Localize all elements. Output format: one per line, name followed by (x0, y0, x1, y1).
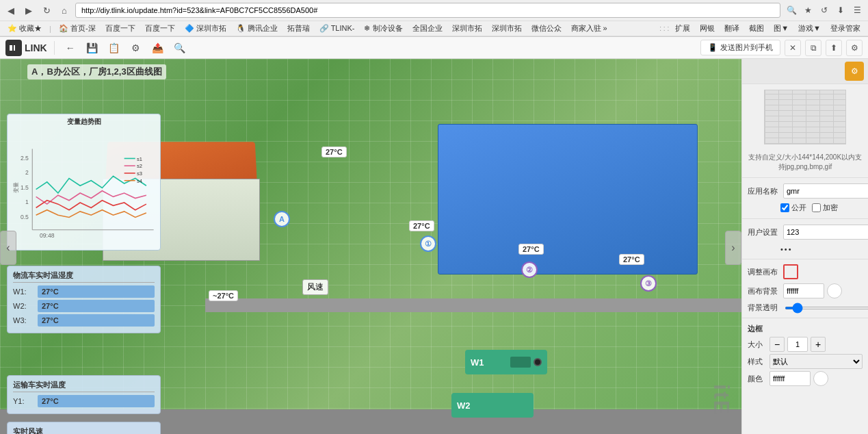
border-style-label: 样式 (748, 357, 767, 367)
adjust-canvas-button[interactable] (783, 264, 798, 279)
canvas-bg-input[interactable] (783, 283, 824, 298)
app-name-input[interactable] (783, 183, 868, 199)
badge-3: ③ (640, 275, 657, 292)
sensor-label-w1: W1: (13, 288, 34, 296)
bookmark-bank[interactable]: 网银 (696, 23, 718, 34)
home-button[interactable]: ⌂ (57, 3, 71, 17)
toolbar-separator (54, 41, 55, 55)
wind-title: 实时风速 (13, 426, 155, 434)
share-button[interactable]: 📤 (149, 39, 167, 57)
bookmark-login[interactable]: 登录管家 (827, 23, 864, 34)
bookmark-toprie[interactable]: 拓普瑞 (284, 23, 313, 34)
bookmark-games[interactable]: 游戏▼ (795, 23, 824, 34)
svg-text:s4: s4 (137, 178, 142, 184)
secret-checkbox-label[interactable]: 加密 (812, 203, 838, 213)
svg-text:s1: s1 (137, 156, 142, 162)
truck-w1: W1 (465, 350, 547, 374)
svg-text:s3: s3 (137, 170, 142, 177)
settings-button[interactable]: ⚙ (127, 39, 145, 57)
right-panel-header: ⚙ (742, 59, 868, 84)
sensor-row-w2: W2: 27°C (13, 300, 155, 312)
chart-panel: 变量趋势图 2.5 2 1.5 1 0.5 09:48 (7, 114, 161, 251)
zoom-button[interactable]: 🔍 (171, 39, 189, 57)
border-color-label: 颜色 (748, 374, 767, 384)
public-checkbox[interactable] (780, 203, 789, 212)
bookmark-screenshot[interactable]: 截图 (746, 23, 767, 34)
download-button[interactable]: ⬇ (834, 3, 847, 17)
gear-settings-button[interactable]: ⚙ (845, 62, 864, 81)
svg-rect-0 (10, 45, 12, 51)
border-color-picker[interactable] (813, 371, 828, 386)
svg-text:1: 1 (25, 199, 29, 205)
canvas-bg-row: 画布背景 (742, 281, 868, 301)
forward-button[interactable]: ▶ (22, 3, 36, 17)
bookmark-home[interactable]: 🏠 首页-深 (55, 23, 99, 34)
reload-button[interactable]: ↻ (40, 3, 53, 17)
nav-arrow-right[interactable]: › (725, 231, 741, 265)
nav-arrow-left[interactable]: ‹ (0, 231, 16, 265)
adjust-canvas-row: 调整画布 (742, 262, 868, 281)
search-button[interactable]: 🔍 (785, 3, 798, 17)
app-toolbar: LINK ← 💾 📋 ⚙ 📤 🔍 📱 发送图片到手机 ✕ ⧉ ⬆ ⚙ (0, 37, 868, 59)
save-button[interactable]: 💾 (83, 39, 101, 57)
preview-placeholder (765, 90, 845, 144)
bookmark-ext[interactable]: 扩展 (672, 23, 694, 34)
bg-opacity-slider[interactable] (785, 307, 868, 309)
send-phone-label: 发送图片到手机 (720, 42, 773, 53)
border-size-input[interactable] (787, 337, 808, 352)
building-blue (438, 124, 698, 275)
app-name-row: 应用名称 (742, 181, 868, 201)
bookmark-cooling[interactable]: ❄ 制冷设备 (360, 23, 406, 34)
wind-panel: 实时风速 2 (7, 422, 161, 434)
address-bar[interactable] (75, 3, 780, 18)
transport-panel: 运输车实时温度 Y1: 27°C (7, 375, 161, 414)
svg-text:变量: 变量 (13, 182, 19, 193)
refresh-icon[interactable]: ↺ (817, 3, 831, 17)
border-size-increase[interactable]: + (811, 337, 826, 352)
bookmark-wechat[interactable]: 微信公众 (528, 23, 565, 34)
share-btn2[interactable]: ⬆ (826, 40, 842, 56)
svg-rect-1 (14, 45, 15, 51)
bookmark-tencent[interactable]: 🐧 腾讯企业 (233, 23, 281, 34)
bookmark-tlink[interactable]: 🔗 TLINK- (316, 23, 358, 34)
logo-icon (5, 40, 22, 56)
border-style-select[interactable]: 默认 (770, 354, 863, 369)
gear-btn-top[interactable]: ⚙ (846, 40, 863, 56)
undo-button[interactable]: ← (62, 39, 79, 57)
public-checkbox-label[interactable]: 公开 (780, 203, 806, 213)
border-size-row: 大小 − + (748, 337, 863, 352)
bookmark-baidu1[interactable]: 百度一下 (102, 23, 139, 34)
dots-text: ••• (780, 245, 793, 253)
bookmark-shenzhen[interactable]: 🔷 深圳市拓 (181, 23, 230, 34)
humidity-title: 物流车实时温湿度 (13, 270, 155, 283)
border-style-row: 样式 默认 (748, 354, 863, 369)
support-text: 支持自定义/大小144*144,200K以内支持jpg,png,bmp,gif (742, 150, 868, 175)
bookmark-baidu2[interactable]: 百度一下 (142, 23, 179, 34)
app-logo: LINK (5, 40, 47, 56)
page-title: A，B办公区，厂房1,2,3区曲线图 (27, 64, 166, 79)
chart-title: 变量趋势图 (10, 117, 157, 127)
wind-label: 风速 (302, 279, 328, 295)
secret-checkbox[interactable] (812, 203, 821, 212)
bookmark-merchant[interactable]: 商家入驻 » (568, 23, 611, 34)
border-color-input[interactable] (770, 371, 811, 386)
user-setting-input[interactable] (783, 225, 868, 240)
bookmark-sz2[interactable]: 深圳市拓 (488, 23, 525, 34)
bookmark-national[interactable]: 全国企业 (409, 23, 446, 34)
bookmark-button[interactable]: ★ (801, 3, 815, 17)
close-btn[interactable]: ✕ (785, 40, 801, 56)
bookmark-translate[interactable]: 翻译 (721, 23, 743, 34)
bookmark-img[interactable]: 图▼ (770, 23, 792, 34)
user-setting-row: 用户设置 (742, 222, 868, 242)
back-button[interactable]: ◀ (4, 3, 18, 17)
sensor-value-y1: 27°C (42, 397, 59, 405)
copy-button[interactable]: 📋 (105, 39, 123, 57)
bookmark-sz1[interactable]: 深圳市拓 (449, 23, 486, 34)
window-btn[interactable]: ⧉ (805, 40, 821, 56)
divider-3 (742, 259, 868, 259)
border-size-decrease[interactable]: − (770, 337, 785, 352)
bookmark-favorites[interactable]: ⭐ 收藏★ (4, 23, 45, 34)
menu-button[interactable]: ☰ (850, 3, 864, 17)
send-to-phone-button[interactable]: 📱 发送图片到手机 (700, 40, 780, 55)
canvas-bg-color-picker[interactable] (827, 283, 842, 298)
